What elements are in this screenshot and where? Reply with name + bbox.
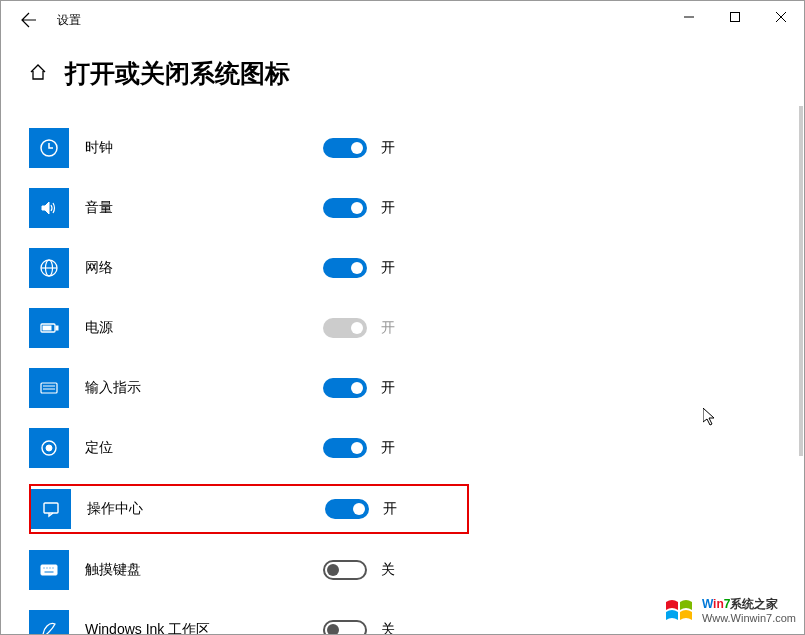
volume-label: 音量 [85, 199, 305, 217]
maximize-icon [730, 12, 740, 22]
volume-tile [29, 188, 69, 228]
location-label: 定位 [85, 439, 305, 457]
network-label: 网络 [85, 259, 305, 277]
power-tile [29, 308, 69, 348]
volume-toggle-text: 开 [381, 199, 395, 217]
titlebar: 设置 [1, 1, 804, 39]
maximize-button[interactable] [712, 1, 758, 33]
touch-keyboard-label: 触摸键盘 [85, 561, 305, 579]
svg-rect-1 [731, 13, 740, 22]
power-icon [39, 318, 59, 338]
location-toggle-text: 开 [381, 439, 395, 457]
watermark-line2: Www.Winwin7.com [702, 612, 796, 626]
setting-row-clock: 时钟开 [29, 128, 776, 168]
watermark-line1: Win7系统之家 [702, 597, 796, 612]
clock-label: 时钟 [85, 139, 305, 157]
input-label: 输入指示 [85, 379, 305, 397]
power-toggle-text: 开 [381, 319, 395, 337]
page-title: 打开或关闭系统图标 [65, 57, 290, 90]
power-label: 电源 [85, 319, 305, 337]
back-arrow-icon [21, 12, 37, 28]
input-toggle-text: 开 [381, 379, 395, 397]
windows-ink-label: Windows Ink 工作区 [85, 621, 305, 634]
close-button[interactable] [758, 1, 804, 33]
setting-row-location: 定位开 [29, 428, 776, 468]
app-title: 设置 [57, 12, 81, 29]
home-button[interactable] [29, 63, 47, 85]
windows-ink-tile [29, 610, 69, 634]
location-tile [29, 428, 69, 468]
touch-keyboard-tile [29, 550, 69, 590]
home-icon [29, 63, 47, 81]
action-center-toggle-text: 开 [383, 500, 397, 518]
keyboard-icon [39, 378, 59, 398]
clock-toggle-text: 开 [381, 139, 395, 157]
back-button[interactable] [9, 1, 49, 39]
windows-ink-toggle-text: 关 [381, 621, 395, 634]
volume-toggle[interactable] [323, 198, 367, 218]
input-toggle[interactable] [323, 378, 367, 398]
close-icon [776, 12, 786, 22]
action-center-tile [31, 489, 71, 529]
location-icon [39, 438, 59, 458]
minimize-button[interactable] [666, 1, 712, 33]
clock-tile [29, 128, 69, 168]
touch-keyboard-toggle-text: 关 [381, 561, 395, 579]
touch-keyboard-toggle[interactable] [323, 560, 367, 580]
scrollbar[interactable] [799, 106, 803, 456]
volume-icon [39, 198, 59, 218]
network-toggle[interactable] [323, 258, 367, 278]
touch-keyboard-icon [39, 560, 59, 580]
clock-icon [39, 138, 59, 158]
action-center-toggle[interactable] [325, 499, 369, 519]
input-tile [29, 368, 69, 408]
network-toggle-text: 开 [381, 259, 395, 277]
windows-ink-toggle[interactable] [323, 620, 367, 634]
setting-row-volume: 音量开 [29, 188, 776, 228]
content-area: 打开或关闭系统图标 时钟开音量开网络开电源开输入指示开定位开操作中心开触摸键盘关… [1, 39, 804, 634]
network-icon [39, 258, 59, 278]
settings-list: 时钟开音量开网络开电源开输入指示开定位开操作中心开触摸键盘关Windows In… [29, 128, 776, 634]
action-center-icon [41, 499, 61, 519]
minimize-icon [684, 12, 694, 22]
network-tile [29, 248, 69, 288]
setting-row-input: 输入指示开 [29, 368, 776, 408]
setting-row-power: 电源开 [29, 308, 776, 348]
watermark-logo-icon [662, 594, 696, 628]
page-header: 打开或关闭系统图标 [29, 57, 776, 90]
action-center-label: 操作中心 [87, 500, 307, 518]
location-toggle[interactable] [323, 438, 367, 458]
setting-row-network: 网络开 [29, 248, 776, 288]
setting-row-action-center: 操作中心开 [29, 484, 469, 534]
window-controls [666, 1, 804, 33]
watermark: Win7系统之家 Www.Winwin7.com [662, 594, 796, 628]
clock-toggle[interactable] [323, 138, 367, 158]
setting-row-touch-keyboard: 触摸键盘关 [29, 550, 776, 590]
power-toggle [323, 318, 367, 338]
ink-icon [39, 620, 59, 634]
